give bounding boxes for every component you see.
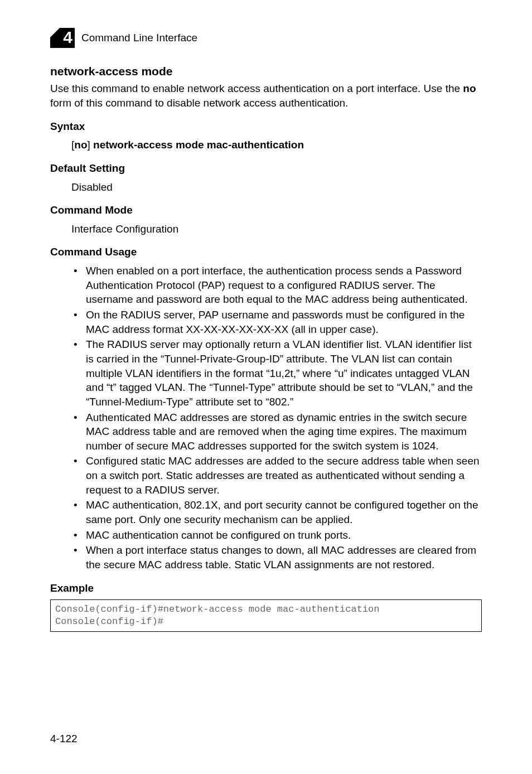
example-code: Console(config-if)#network-access mode m…	[50, 599, 482, 632]
syntax-bracket-close: ]	[88, 139, 94, 151]
section-title: network-access mode	[50, 64, 482, 79]
example-label: Example	[50, 581, 482, 596]
page: 4 Command Line Interface network-access …	[0, 0, 532, 774]
list-item: On the RADIUS server, PAP username and p…	[84, 308, 482, 336]
list-item: MAC authentication cannot be configured …	[84, 528, 482, 543]
intro-text-a: Use this command to enable network acces…	[50, 83, 463, 94]
page-number: 4-122	[50, 732, 78, 746]
syntax-line: [no] network-access mode mac-authenticat…	[71, 138, 482, 152]
command-mode-label: Command Mode	[50, 203, 482, 217]
list-item: When enabled on a port interface, the au…	[84, 264, 482, 307]
syntax-command: network-access mode mac-authentication	[93, 139, 304, 151]
command-mode-value: Interface Configuration	[71, 222, 482, 236]
list-item: When a port interface status changes to …	[84, 543, 482, 572]
usage-list: When enabled on a port interface, the au…	[50, 264, 482, 572]
intro-no-kw: no	[463, 83, 476, 94]
chapter-icon: 4	[50, 28, 75, 48]
syntax-label: Syntax	[50, 119, 482, 134]
page-header: 4 Command Line Interface	[50, 28, 482, 48]
intro-text-b: form of this command to disable network …	[50, 97, 348, 109]
command-usage-label: Command Usage	[50, 245, 482, 259]
running-title: Command Line Interface	[81, 31, 197, 45]
list-item: MAC authentication, 802.1X, and port sec…	[84, 498, 482, 526]
syntax-no: no	[74, 139, 87, 151]
default-setting-label: Default Setting	[50, 161, 482, 176]
list-item: Authenticated MAC addresses are stored a…	[84, 410, 482, 453]
list-item: Configured static MAC addresses are adde…	[84, 454, 482, 497]
section-intro: Use this command to enable network acces…	[50, 81, 482, 110]
default-setting-value: Disabled	[71, 180, 482, 195]
list-item: The RADIUS server may optionally return …	[84, 337, 482, 409]
